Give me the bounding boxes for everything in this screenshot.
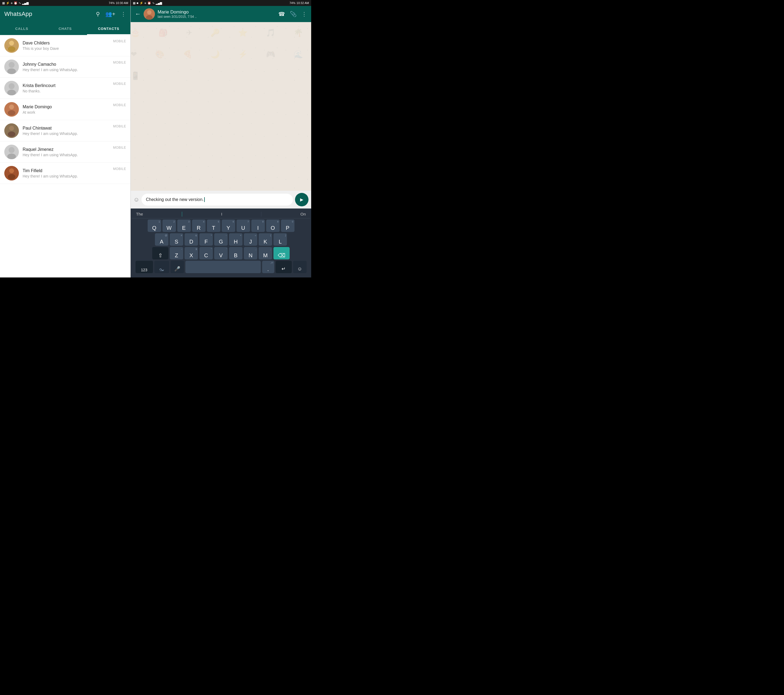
emoji-button[interactable]: ☺: [133, 196, 139, 203]
shift-key[interactable]: ⇧: [152, 247, 168, 259]
mic-key[interactable]: 🎤: [171, 261, 184, 273]
svg-point-15: [8, 132, 15, 137]
tab-calls[interactable]: CALLS: [0, 23, 43, 35]
key-secondary: #: [181, 234, 182, 237]
key-x[interactable]: $X: [184, 247, 198, 259]
contact-item[interactable]: Tim Fifield Hey there! I am using WhatsA…: [0, 163, 130, 184]
key-k[interactable]: (K: [259, 233, 272, 246]
key-a[interactable]: @A: [155, 233, 168, 246]
suggestion-1[interactable]: The: [136, 212, 143, 217]
avatar: [4, 102, 19, 117]
search-icon[interactable]: ⚲: [96, 11, 100, 17]
chat-avatar[interactable]: [143, 8, 155, 20]
key-p[interactable]: 0P: [281, 219, 295, 232]
svg-point-23: [147, 10, 152, 15]
contact-status: Hey there! I am using WhatsApp.: [23, 68, 113, 72]
key-b[interactable]: B: [229, 247, 242, 259]
message-input[interactable]: Checking out the new version.: [142, 194, 293, 206]
tab-contacts[interactable]: CONTACTS: [87, 23, 130, 35]
send-button[interactable]: ►: [295, 193, 308, 206]
key-label: Q: [152, 225, 156, 231]
svg-point-20: [9, 168, 14, 173]
key-label: W: [166, 225, 171, 231]
key-secondary: $: [196, 248, 197, 250]
key-secondary: 9: [277, 221, 278, 223]
key-c[interactable]: "C: [199, 247, 213, 259]
key-d[interactable]: &D: [184, 233, 198, 246]
key-label: Z: [175, 253, 178, 258]
space-key[interactable]: [185, 261, 261, 273]
key-label: M: [263, 253, 268, 258]
key-label: J: [249, 239, 252, 244]
key-label: C: [204, 253, 208, 258]
key-label: O: [271, 225, 275, 231]
contact-item[interactable]: Johnny Camacho Hey there! I am using Wha…: [0, 56, 130, 77]
app-bar-left: WhatsApp ⚲ 👥+ ⋮: [0, 6, 130, 22]
more-options-icon[interactable]: ⋮: [121, 11, 126, 17]
key-w[interactable]: 2W: [163, 219, 176, 232]
contact-type: MOBILE: [113, 145, 126, 150]
contact-type: MOBILE: [113, 59, 126, 64]
signal-icon: ▂▄▆: [22, 2, 28, 5]
svg-point-2: [8, 46, 15, 52]
time-right: 10:32 AM: [296, 2, 309, 5]
key-v[interactable]: 'V: [214, 247, 228, 259]
chat-more-icon[interactable]: ⋮: [301, 11, 307, 17]
contact-type: MOBILE: [113, 102, 126, 107]
key-r[interactable]: 4R: [192, 219, 206, 232]
back-button[interactable]: ←: [135, 10, 141, 18]
key-i[interactable]: 8I: [251, 219, 265, 232]
emoji-key[interactable]: ☺: [293, 261, 306, 273]
number-key[interactable]: 123: [135, 261, 153, 273]
call-icon[interactable]: ☎: [278, 11, 285, 17]
key-u[interactable]: 7U: [237, 219, 250, 232]
suggestion-3[interactable]: On: [300, 212, 306, 217]
key-f[interactable]: *F: [199, 233, 213, 246]
key-secondary: -: [226, 234, 227, 237]
key-t[interactable]: 5T: [207, 219, 221, 232]
key-l[interactable]: )L: [273, 233, 287, 246]
chat-name: Marie Domingo: [158, 10, 276, 15]
key-secondary: ,: [255, 248, 256, 250]
key-secondary: @: [165, 234, 167, 237]
key-e[interactable]: 3E: [177, 219, 191, 232]
contact-item[interactable]: Raquel Jimenez Hey there! I am using Wha…: [0, 142, 130, 163]
key-j[interactable]: =J: [244, 233, 257, 246]
screen-icon: ▦: [133, 2, 135, 5]
enter-key[interactable]: ↵: [276, 261, 292, 273]
key-s[interactable]: #S: [170, 233, 183, 246]
key-y[interactable]: 6Y: [222, 219, 235, 232]
svg-point-6: [7, 68, 16, 74]
svg-point-14: [9, 126, 14, 131]
tab-chats[interactable]: CHATS: [43, 23, 87, 35]
key-secondary: *: [211, 234, 212, 237]
avatar: [4, 81, 19, 96]
alarm-icon: ⏰: [14, 2, 18, 5]
period-key[interactable]: ,!?.: [262, 261, 274, 273]
contact-item[interactable]: 🏃 Dave Childers This is your boy Dave MO…: [0, 35, 130, 56]
key-q[interactable]: 1Q: [148, 219, 161, 232]
backspace-key[interactable]: ⌫: [273, 247, 290, 259]
key-h[interactable]: +H: [229, 233, 242, 246]
key-z[interactable]: -Z: [170, 247, 183, 259]
emoji-icon: ☺: [297, 266, 302, 272]
key-n[interactable]: ,N: [244, 247, 257, 259]
chat-input-area: ☺ Checking out the new version. ►: [131, 191, 311, 209]
suggestion-divider-1: [182, 212, 182, 217]
status-icons-right: ▦ ■ ⚡ ⎈ ⏰ ∿ ▂▄▆: [133, 2, 162, 5]
swipe-key[interactable]: [154, 261, 169, 273]
attach-icon[interactable]: 📎: [290, 11, 296, 17]
add-contact-icon[interactable]: 👥+: [105, 11, 115, 17]
suggestion-2[interactable]: I: [221, 212, 222, 217]
key-label: N: [249, 253, 252, 258]
contact-item[interactable]: Paul Chintawat Hey there! I am using Wha…: [0, 120, 130, 142]
key-label: I: [257, 225, 259, 231]
key-row-3: ⇧ -Z $X "C 'V B ,N ;M ⌫: [133, 247, 309, 259]
contact-status: At work: [23, 110, 113, 114]
key-o[interactable]: 9O: [266, 219, 280, 232]
contact-item[interactable]: Krista Berlincourt No thanks. MOBILE: [0, 77, 130, 99]
key-m[interactable]: ;M: [259, 247, 272, 259]
key-row-1: 1Q 2W 3E 4R 5T 6Y 7U 8I 9O 0P: [133, 219, 309, 232]
key-g[interactable]: -G: [214, 233, 228, 246]
contact-item[interactable]: Marie Domingo At work MOBILE: [0, 99, 130, 120]
